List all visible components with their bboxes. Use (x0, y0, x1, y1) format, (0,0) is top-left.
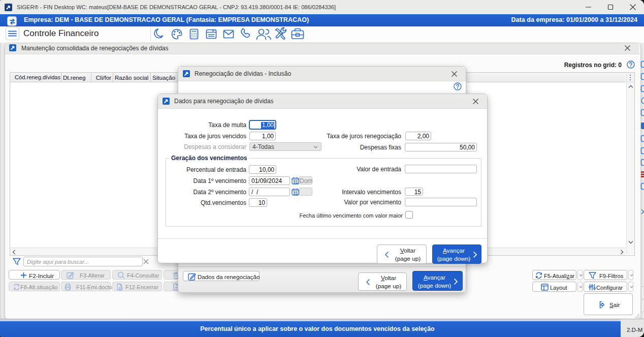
svg-text:31: 31 (293, 179, 298, 185)
svg-text:31: 31 (293, 191, 298, 196)
